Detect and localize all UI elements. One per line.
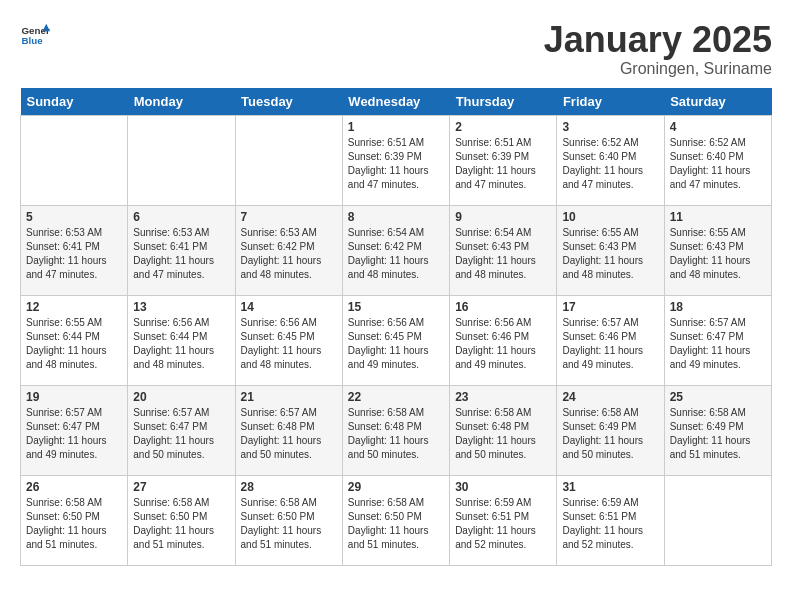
day-info: Sunrise: 6:58 AMSunset: 6:48 PMDaylight:… [348,406,444,462]
calendar-cell: 11Sunrise: 6:55 AMSunset: 6:43 PMDayligh… [664,205,771,295]
calendar-cell: 31Sunrise: 6:59 AMSunset: 6:51 PMDayligh… [557,475,664,565]
day-info: Sunrise: 6:59 AMSunset: 6:51 PMDaylight:… [455,496,551,552]
calendar-cell: 23Sunrise: 6:58 AMSunset: 6:48 PMDayligh… [450,385,557,475]
day-info: Sunrise: 6:57 AMSunset: 6:48 PMDaylight:… [241,406,337,462]
calendar-week-0: 1Sunrise: 6:51 AMSunset: 6:39 PMDaylight… [21,115,772,205]
col-saturday: Saturday [664,88,771,116]
calendar-cell: 1Sunrise: 6:51 AMSunset: 6:39 PMDaylight… [342,115,449,205]
day-info: Sunrise: 6:52 AMSunset: 6:40 PMDaylight:… [562,136,658,192]
calendar-cell: 17Sunrise: 6:57 AMSunset: 6:46 PMDayligh… [557,295,664,385]
col-friday: Friday [557,88,664,116]
day-number: 5 [26,210,122,224]
calendar-cell: 2Sunrise: 6:51 AMSunset: 6:39 PMDaylight… [450,115,557,205]
calendar-cell: 9Sunrise: 6:54 AMSunset: 6:43 PMDaylight… [450,205,557,295]
day-info: Sunrise: 6:55 AMSunset: 6:44 PMDaylight:… [26,316,122,372]
day-info: Sunrise: 6:58 AMSunset: 6:49 PMDaylight:… [562,406,658,462]
day-number: 9 [455,210,551,224]
day-info: Sunrise: 6:51 AMSunset: 6:39 PMDaylight:… [455,136,551,192]
day-info: Sunrise: 6:56 AMSunset: 6:45 PMDaylight:… [241,316,337,372]
day-number: 10 [562,210,658,224]
day-info: Sunrise: 6:57 AMSunset: 6:46 PMDaylight:… [562,316,658,372]
day-number: 19 [26,390,122,404]
day-info: Sunrise: 6:55 AMSunset: 6:43 PMDaylight:… [670,226,766,282]
col-tuesday: Tuesday [235,88,342,116]
calendar-cell: 4Sunrise: 6:52 AMSunset: 6:40 PMDaylight… [664,115,771,205]
day-info: Sunrise: 6:57 AMSunset: 6:47 PMDaylight:… [133,406,229,462]
day-number: 31 [562,480,658,494]
day-info: Sunrise: 6:55 AMSunset: 6:43 PMDaylight:… [562,226,658,282]
day-info: Sunrise: 6:54 AMSunset: 6:42 PMDaylight:… [348,226,444,282]
calendar-week-3: 19Sunrise: 6:57 AMSunset: 6:47 PMDayligh… [21,385,772,475]
logo-icon: General Blue [20,20,50,50]
col-monday: Monday [128,88,235,116]
day-info: Sunrise: 6:54 AMSunset: 6:43 PMDaylight:… [455,226,551,282]
header-row: Sunday Monday Tuesday Wednesday Thursday… [21,88,772,116]
calendar-week-4: 26Sunrise: 6:58 AMSunset: 6:50 PMDayligh… [21,475,772,565]
calendar-cell: 27Sunrise: 6:58 AMSunset: 6:50 PMDayligh… [128,475,235,565]
day-number: 30 [455,480,551,494]
calendar-cell: 21Sunrise: 6:57 AMSunset: 6:48 PMDayligh… [235,385,342,475]
day-number: 3 [562,120,658,134]
svg-text:Blue: Blue [22,35,44,46]
calendar-title: January 2025 [544,20,772,60]
day-number: 27 [133,480,229,494]
calendar-table: Sunday Monday Tuesday Wednesday Thursday… [20,88,772,566]
calendar-cell: 12Sunrise: 6:55 AMSunset: 6:44 PMDayligh… [21,295,128,385]
calendar-cell: 20Sunrise: 6:57 AMSunset: 6:47 PMDayligh… [128,385,235,475]
calendar-subtitle: Groningen, Suriname [544,60,772,78]
col-wednesday: Wednesday [342,88,449,116]
day-number: 16 [455,300,551,314]
calendar-cell: 24Sunrise: 6:58 AMSunset: 6:49 PMDayligh… [557,385,664,475]
calendar-cell: 22Sunrise: 6:58 AMSunset: 6:48 PMDayligh… [342,385,449,475]
day-info: Sunrise: 6:56 AMSunset: 6:45 PMDaylight:… [348,316,444,372]
day-info: Sunrise: 6:58 AMSunset: 6:50 PMDaylight:… [133,496,229,552]
day-number: 24 [562,390,658,404]
day-number: 4 [670,120,766,134]
calendar-week-1: 5Sunrise: 6:53 AMSunset: 6:41 PMDaylight… [21,205,772,295]
calendar-cell [235,115,342,205]
calendar-cell [21,115,128,205]
day-info: Sunrise: 6:52 AMSunset: 6:40 PMDaylight:… [670,136,766,192]
day-info: Sunrise: 6:56 AMSunset: 6:46 PMDaylight:… [455,316,551,372]
calendar-cell [128,115,235,205]
calendar-cell: 25Sunrise: 6:58 AMSunset: 6:49 PMDayligh… [664,385,771,475]
calendar-cell: 19Sunrise: 6:57 AMSunset: 6:47 PMDayligh… [21,385,128,475]
day-info: Sunrise: 6:58 AMSunset: 6:50 PMDaylight:… [26,496,122,552]
calendar-cell: 28Sunrise: 6:58 AMSunset: 6:50 PMDayligh… [235,475,342,565]
day-number: 7 [241,210,337,224]
calendar-cell: 8Sunrise: 6:54 AMSunset: 6:42 PMDaylight… [342,205,449,295]
calendar-week-2: 12Sunrise: 6:55 AMSunset: 6:44 PMDayligh… [21,295,772,385]
calendar-cell: 16Sunrise: 6:56 AMSunset: 6:46 PMDayligh… [450,295,557,385]
calendar-cell: 13Sunrise: 6:56 AMSunset: 6:44 PMDayligh… [128,295,235,385]
calendar-cell: 15Sunrise: 6:56 AMSunset: 6:45 PMDayligh… [342,295,449,385]
calendar-cell: 7Sunrise: 6:53 AMSunset: 6:42 PMDaylight… [235,205,342,295]
calendar-cell: 3Sunrise: 6:52 AMSunset: 6:40 PMDaylight… [557,115,664,205]
calendar-cell: 26Sunrise: 6:58 AMSunset: 6:50 PMDayligh… [21,475,128,565]
day-info: Sunrise: 6:53 AMSunset: 6:41 PMDaylight:… [133,226,229,282]
col-sunday: Sunday [21,88,128,116]
calendar-cell [664,475,771,565]
calendar-cell: 6Sunrise: 6:53 AMSunset: 6:41 PMDaylight… [128,205,235,295]
day-info: Sunrise: 6:53 AMSunset: 6:42 PMDaylight:… [241,226,337,282]
calendar-cell: 30Sunrise: 6:59 AMSunset: 6:51 PMDayligh… [450,475,557,565]
logo: General Blue [20,20,50,50]
calendar-cell: 10Sunrise: 6:55 AMSunset: 6:43 PMDayligh… [557,205,664,295]
calendar-cell: 29Sunrise: 6:58 AMSunset: 6:50 PMDayligh… [342,475,449,565]
day-number: 26 [26,480,122,494]
day-number: 28 [241,480,337,494]
day-number: 13 [133,300,229,314]
day-number: 11 [670,210,766,224]
day-number: 21 [241,390,337,404]
day-number: 2 [455,120,551,134]
day-number: 14 [241,300,337,314]
day-info: Sunrise: 6:58 AMSunset: 6:48 PMDaylight:… [455,406,551,462]
day-info: Sunrise: 6:56 AMSunset: 6:44 PMDaylight:… [133,316,229,372]
day-number: 22 [348,390,444,404]
day-number: 6 [133,210,229,224]
day-number: 20 [133,390,229,404]
col-thursday: Thursday [450,88,557,116]
day-number: 18 [670,300,766,314]
day-number: 25 [670,390,766,404]
day-info: Sunrise: 6:53 AMSunset: 6:41 PMDaylight:… [26,226,122,282]
day-info: Sunrise: 6:57 AMSunset: 6:47 PMDaylight:… [26,406,122,462]
